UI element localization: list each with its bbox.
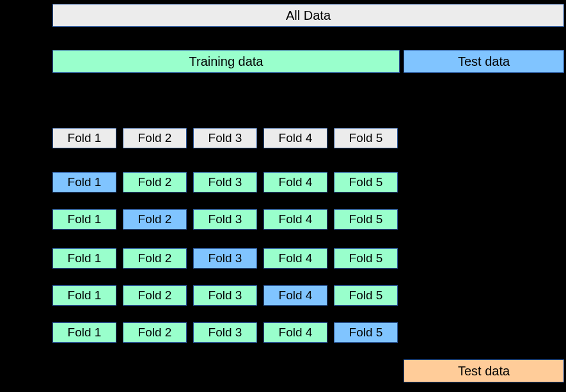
fold-label: Fold 1 — [68, 212, 102, 226]
split3-fold5: Fold 5 — [334, 248, 398, 269]
fold-label: Fold 1 — [68, 175, 102, 189]
fold-header-2: Fold 2 — [123, 128, 187, 148]
split4-fold5: Fold 5 — [334, 285, 398, 306]
fold-label: Fold 3 — [208, 251, 242, 265]
test-data-box-top: Test data — [404, 50, 564, 73]
fold-label: Fold 4 — [279, 251, 313, 265]
fold-label: Fold 1 — [68, 251, 102, 265]
split2-fold3: Fold 3 — [193, 209, 257, 230]
fold-label: Fold 2 — [138, 212, 172, 226]
fold-header-4: Fold 4 — [263, 128, 327, 148]
split5-fold2: Fold 2 — [123, 322, 187, 343]
fold-label: Fold 5 — [349, 175, 383, 189]
split5-fold3: Fold 3 — [193, 322, 257, 343]
split5-fold4: Fold 4 — [263, 322, 327, 343]
fold-label: Fold 3 — [208, 175, 242, 189]
fold-label: Fold 2 — [138, 131, 172, 145]
fold-header-3: Fold 3 — [193, 128, 257, 148]
fold-label: Fold 4 — [279, 288, 313, 302]
split4-fold3: Fold 3 — [193, 285, 257, 306]
fold-label: Fold 4 — [279, 212, 313, 226]
split2-fold4: Fold 4 — [263, 209, 327, 230]
fold-label: Fold 3 — [208, 325, 242, 340]
fold-label: Fold 1 — [68, 325, 102, 340]
fold-label: Fold 2 — [138, 325, 172, 340]
all-data-box: All Data — [52, 4, 564, 27]
split2-fold1: Fold 1 — [52, 209, 116, 230]
fold-label: Fold 5 — [349, 288, 383, 302]
split2-fold5: Fold 5 — [334, 209, 398, 230]
split5-fold5-validation: Fold 5 — [334, 322, 398, 343]
fold-label: Fold 1 — [68, 131, 102, 145]
fold-label: Fold 4 — [279, 325, 313, 340]
split4-fold4-validation: Fold 4 — [263, 285, 327, 306]
split1-fold5: Fold 5 — [334, 172, 398, 192]
split3-fold4: Fold 4 — [263, 248, 327, 269]
split4-fold1: Fold 1 — [52, 285, 116, 306]
fold-label: Fold 3 — [208, 212, 242, 226]
test-data-box-bottom: Test data — [404, 359, 564, 382]
training-data-label: Training data — [189, 54, 263, 69]
test-data-label-top: Test data — [458, 54, 510, 69]
fold-label: Fold 4 — [279, 131, 313, 145]
fold-label: Fold 2 — [138, 175, 172, 189]
all-data-label: All Data — [286, 8, 331, 23]
fold-header-1: Fold 1 — [52, 128, 116, 148]
split3-fold3-validation: Fold 3 — [193, 248, 257, 269]
test-data-label-bottom: Test data — [458, 364, 510, 379]
fold-label: Fold 5 — [349, 212, 383, 226]
fold-label: Fold 1 — [68, 288, 102, 302]
fold-label: Fold 3 — [208, 131, 242, 145]
fold-label: Fold 2 — [138, 288, 172, 302]
split1-fold1-validation: Fold 1 — [52, 172, 116, 192]
fold-label: Fold 5 — [349, 325, 383, 340]
split4-fold2: Fold 2 — [123, 285, 187, 306]
training-data-box: Training data — [52, 50, 400, 73]
split5-fold1: Fold 1 — [52, 322, 116, 343]
split1-fold3: Fold 3 — [193, 172, 257, 192]
split2-fold2-validation: Fold 2 — [123, 209, 187, 230]
fold-label: Fold 4 — [279, 175, 313, 189]
fold-label: Fold 3 — [208, 288, 242, 302]
split3-fold1: Fold 1 — [52, 248, 116, 269]
fold-header-5: Fold 5 — [334, 128, 398, 148]
fold-label: Fold 5 — [349, 251, 383, 265]
split1-fold4: Fold 4 — [263, 172, 327, 192]
split3-fold2: Fold 2 — [123, 248, 187, 269]
fold-label: Fold 5 — [349, 131, 383, 145]
split1-fold2: Fold 2 — [123, 172, 187, 192]
fold-label: Fold 2 — [138, 251, 172, 265]
